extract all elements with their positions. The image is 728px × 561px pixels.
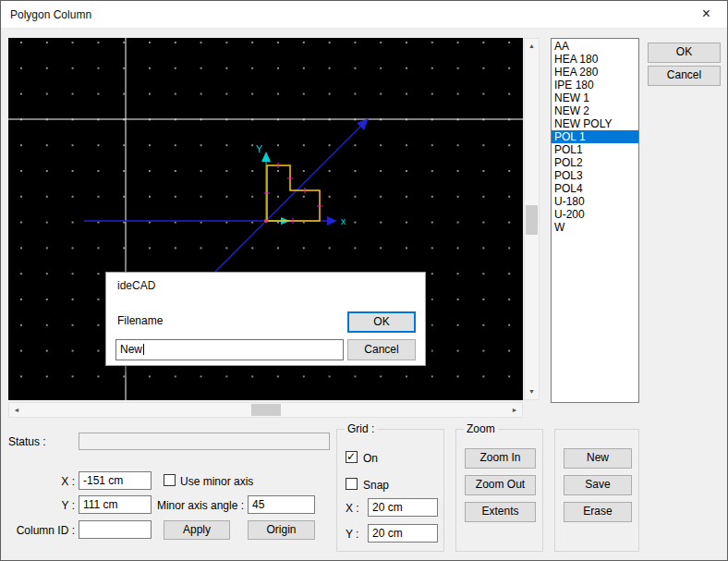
- list-item[interactable]: NEW 2: [552, 104, 638, 117]
- filename-cancel-button[interactable]: Cancel: [347, 339, 416, 360]
- status-label: Status :: [8, 435, 46, 448]
- scroll-down-icon[interactable]: ▼: [525, 384, 539, 399]
- list-item[interactable]: POL1: [552, 143, 638, 156]
- list-item[interactable]: IPE 180: [552, 79, 638, 91]
- list-item[interactable]: POL2: [552, 156, 638, 169]
- save-button[interactable]: Save: [564, 475, 632, 495]
- extents-button[interactable]: Extents: [465, 502, 536, 522]
- cancel-button[interactable]: Cancel: [648, 66, 721, 86]
- grid-on-label: On: [363, 452, 378, 465]
- zoom-group-title: Zoom: [464, 422, 498, 435]
- y-axis-label: Y: [256, 143, 263, 154]
- filename-input[interactable]: New: [115, 339, 344, 360]
- profile-list[interactable]: AAHEA 180HEA 280IPE 180NEW 1NEW 2NEW POL…: [551, 38, 639, 403]
- canvas-hscrollbar[interactable]: ◄ ►: [8, 402, 523, 418]
- scroll-left-icon[interactable]: ◄: [9, 403, 24, 417]
- grid-x-label: X :: [346, 502, 359, 515]
- zoom-group: Zoom Zoom In Zoom Out Extents: [455, 429, 543, 552]
- grid-y-label: Y :: [346, 528, 358, 541]
- vscroll-thumb[interactable]: [526, 205, 538, 235]
- zoom-in-button[interactable]: Zoom In: [465, 448, 536, 469]
- y-coord-label: Y :: [8, 499, 75, 512]
- grid-group: Grid : On Snap X : 20 cm Y : 20 cm: [336, 429, 444, 552]
- hscroll-thumb[interactable]: [251, 404, 281, 416]
- canvas-vscrollbar[interactable]: ▲ ▼: [524, 38, 540, 400]
- filename-input-value: New: [120, 343, 142, 356]
- titlebar: Polygon Column: [1, 1, 727, 29]
- list-item[interactable]: U-200: [552, 208, 638, 221]
- list-item[interactable]: POL4: [552, 182, 638, 195]
- filename-dialog-title: ideCAD: [117, 279, 155, 292]
- origin-marker: [264, 219, 268, 223]
- x-axis-label: x: [341, 215, 346, 226]
- filename-ok-button[interactable]: OK: [347, 311, 416, 333]
- y-coord-field[interactable]: 111 cm: [79, 495, 152, 514]
- zoom-out-button[interactable]: Zoom Out: [465, 475, 536, 495]
- column-id-field[interactable]: [79, 520, 152, 539]
- list-item[interactable]: AA: [552, 40, 638, 53]
- status-field: [79, 433, 330, 450]
- origin-button[interactable]: Origin: [248, 520, 315, 540]
- filename-dialog: ideCAD Filename OK New Cancel: [105, 272, 426, 366]
- use-minor-axis-label: Use minor axis: [180, 475, 253, 488]
- grid-snap-label: Snap: [363, 479, 389, 492]
- x-coord-field[interactable]: -151 cm: [79, 471, 152, 490]
- grid-group-title: Grid :: [345, 422, 377, 435]
- column-id-label: Column ID :: [8, 524, 75, 537]
- scroll-up-icon[interactable]: ▲: [525, 39, 539, 54]
- use-minor-axis-checkbox[interactable]: [164, 474, 176, 486]
- grid-snap-checkbox[interactable]: [346, 478, 358, 490]
- list-item[interactable]: NEW 1: [552, 91, 638, 104]
- file-actions-group: New Save Erase: [554, 429, 639, 552]
- list-item[interactable]: HEA 280: [552, 66, 638, 79]
- list-item[interactable]: NEW POLY: [552, 117, 638, 130]
- list-item[interactable]: POL3: [552, 169, 638, 182]
- list-item[interactable]: HEA 180: [552, 53, 638, 66]
- apply-button[interactable]: Apply: [164, 520, 230, 540]
- filename-label: Filename: [117, 314, 163, 327]
- polygon-column-window: Polygon Column ×: [0, 0, 728, 561]
- grid-x-field[interactable]: 20 cm: [368, 498, 438, 517]
- close-button[interactable]: ×: [686, 1, 727, 29]
- grid-on-checkbox[interactable]: [346, 451, 358, 463]
- erase-button[interactable]: Erase: [564, 502, 632, 522]
- ok-button[interactable]: OK: [648, 43, 721, 63]
- new-button[interactable]: New: [564, 448, 632, 469]
- list-item[interactable]: U-180: [552, 195, 638, 208]
- text-caret: [143, 344, 144, 355]
- close-icon: ×: [702, 6, 710, 21]
- list-item[interactable]: W: [552, 221, 638, 234]
- scroll-right-icon[interactable]: ►: [507, 403, 522, 417]
- window-title: Polygon Column: [1, 8, 91, 21]
- minor-axis-angle-field[interactable]: 45: [248, 495, 315, 514]
- x-coord-label: X :: [8, 475, 75, 488]
- list-item[interactable]: POL 1: [552, 130, 638, 143]
- minor-axis-angle-label: Minor axis angle :: [156, 499, 244, 512]
- grid-y-field[interactable]: 20 cm: [368, 524, 438, 543]
